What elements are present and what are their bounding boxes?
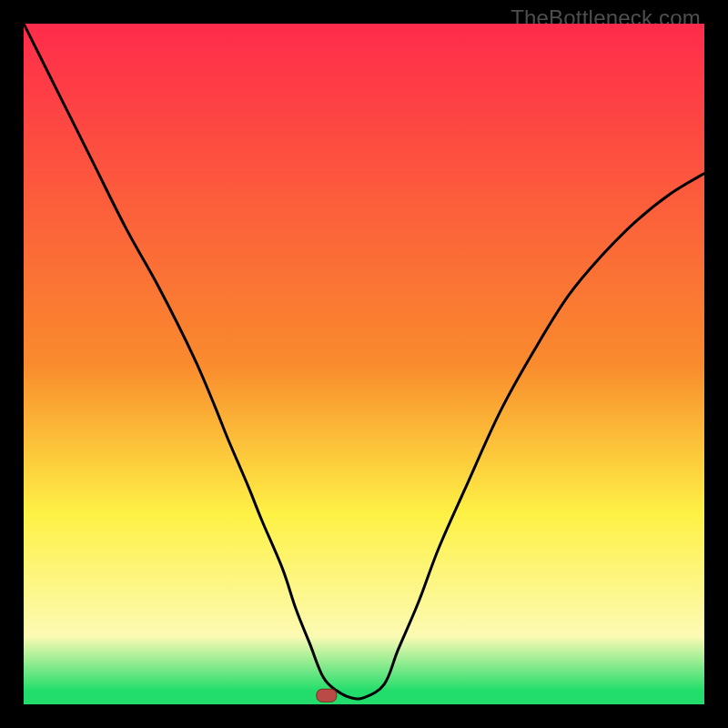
gradient-rect (24, 24, 704, 704)
chart-frame (24, 24, 704, 704)
bottleneck-chart (24, 24, 704, 704)
optimal-marker (317, 689, 337, 702)
